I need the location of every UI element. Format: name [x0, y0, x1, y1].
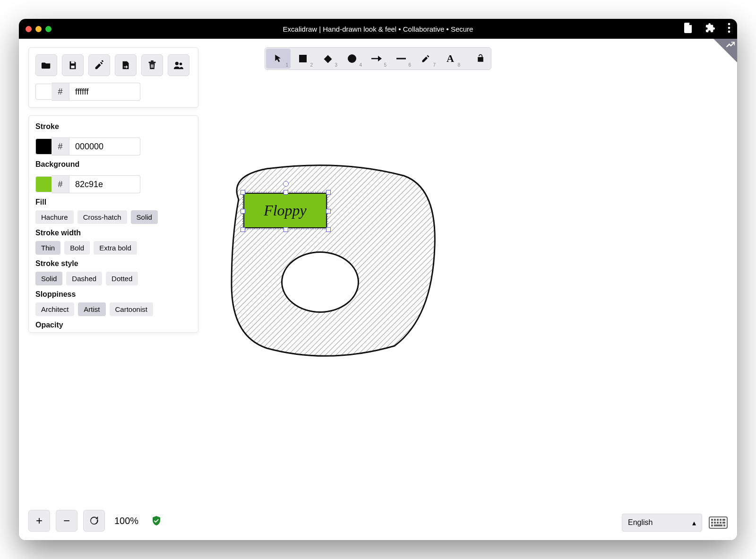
- svg-rect-25: [717, 522, 719, 524]
- option-solid[interactable]: Solid: [131, 210, 158, 224]
- svg-point-15: [175, 62, 179, 65]
- tool-circle[interactable]: 4: [340, 49, 364, 69]
- svg-rect-21: [720, 519, 722, 521]
- tool-text[interactable]: A8: [438, 49, 463, 69]
- hash-label: #: [52, 138, 69, 155]
- svg-rect-27: [722, 522, 725, 524]
- svg-rect-14: [153, 64, 153, 68]
- tool-number: 6: [408, 62, 411, 68]
- fill-heading: Fill: [35, 198, 189, 206]
- tool-line[interactable]: 6: [389, 49, 413, 69]
- svg-point-5: [348, 54, 356, 63]
- tool-pencil[interactable]: 7: [413, 49, 438, 69]
- svg-rect-23: [711, 522, 713, 524]
- tool-arrow[interactable]: 5: [364, 49, 389, 69]
- handle-s[interactable]: [284, 227, 288, 232]
- canvas-bg-swatch[interactable]: [35, 84, 52, 100]
- minus-icon: −: [63, 514, 70, 527]
- handle-ne[interactable]: [326, 190, 331, 195]
- handle-n[interactable]: [284, 190, 288, 195]
- trash-button[interactable]: [141, 54, 163, 76]
- option-cross-hatch[interactable]: Cross-hatch: [77, 210, 127, 224]
- background-hex-input[interactable]: [69, 175, 140, 193]
- svg-rect-18: [711, 519, 713, 521]
- zoom-in-button[interactable]: +: [28, 510, 50, 532]
- tool-number: 7: [433, 62, 436, 68]
- window-title: Excalidraw | Hand-drawn look & feel • Co…: [19, 25, 737, 33]
- save-as-button[interactable]: [88, 54, 110, 76]
- stroke-heading: Stroke: [35, 122, 189, 131]
- hash-label: #: [52, 83, 69, 101]
- svg-point-0: [728, 23, 730, 26]
- plus-icon: +: [36, 514, 43, 527]
- close-traffic-light[interactable]: [26, 26, 32, 32]
- lock-toggle[interactable]: [471, 49, 490, 69]
- svg-rect-12: [151, 64, 151, 68]
- hash-label: #: [52, 175, 69, 193]
- svg-point-1: [728, 27, 730, 29]
- new-file-icon[interactable]: [684, 23, 693, 35]
- tool-select[interactable]: 1: [266, 49, 291, 69]
- language-select[interactable]: English ▴: [622, 514, 702, 532]
- stroke-hex-input[interactable]: [69, 138, 140, 155]
- handle-sw[interactable]: [241, 227, 245, 232]
- svg-rect-11: [151, 60, 154, 62]
- svg-rect-8: [71, 61, 74, 64]
- option-extra-bold[interactable]: Extra bold: [94, 241, 137, 255]
- option-cartoonist[interactable]: Cartoonist: [110, 302, 153, 316]
- option-architect[interactable]: Architect: [35, 302, 74, 316]
- svg-rect-19: [714, 519, 716, 521]
- handle-w[interactable]: [241, 209, 245, 214]
- export-button[interactable]: [115, 54, 137, 76]
- svg-rect-3: [299, 55, 307, 62]
- minimize-traffic-light[interactable]: [35, 26, 42, 32]
- option-bold[interactable]: Bold: [64, 241, 90, 255]
- zoom-out-button[interactable]: −: [56, 510, 77, 532]
- option-solid[interactable]: Solid: [35, 272, 62, 285]
- option-hachure[interactable]: Hachure: [35, 210, 74, 224]
- option-dashed[interactable]: Dashed: [66, 272, 102, 285]
- zoom-percent: 100%: [114, 516, 138, 526]
- rotate-handle[interactable]: [283, 181, 289, 187]
- svg-rect-20: [717, 519, 719, 521]
- stroke-style-heading: Stroke style: [35, 259, 189, 268]
- svg-rect-30: [723, 525, 725, 526]
- handle-nw[interactable]: [241, 190, 245, 195]
- corner-ribbon[interactable]: [713, 39, 737, 62]
- window-titlebar: Excalidraw | Hand-drawn look & feel • Co…: [19, 19, 737, 39]
- option-dotted[interactable]: Dotted: [106, 272, 138, 285]
- svg-rect-13: [152, 64, 152, 68]
- svg-rect-28: [711, 525, 713, 526]
- svg-rect-26: [720, 522, 722, 524]
- kebab-menu-icon[interactable]: [728, 23, 730, 35]
- shield-icon: [151, 515, 162, 526]
- stroke-swatch[interactable]: [35, 138, 52, 155]
- handle-se[interactable]: [326, 227, 331, 232]
- collab-button[interactable]: [168, 54, 189, 76]
- keyboard-icon[interactable]: [709, 516, 728, 530]
- background-heading: Background: [35, 160, 189, 169]
- tool-square[interactable]: 2: [291, 49, 315, 69]
- zoom-reset-button[interactable]: [83, 510, 105, 532]
- svg-rect-4: [324, 55, 332, 63]
- tool-number: 1: [285, 62, 288, 68]
- handle-e[interactable]: [326, 209, 331, 214]
- tool-diamond[interactable]: 3: [315, 49, 340, 69]
- tool-number: 8: [457, 62, 460, 68]
- canvas-bg-input[interactable]: [69, 83, 140, 101]
- properties-panel: Stroke # Background # Fill: [28, 115, 198, 333]
- background-swatch[interactable]: [35, 176, 52, 192]
- tool-number: 2: [310, 62, 313, 68]
- svg-rect-9: [71, 66, 74, 69]
- extension-icon[interactable]: [705, 23, 715, 35]
- option-thin[interactable]: Thin: [35, 241, 60, 255]
- save-button[interactable]: [62, 54, 84, 76]
- reset-icon: [89, 516, 99, 526]
- shape-toolbar: 1234567A8: [265, 47, 491, 70]
- tool-number: 4: [359, 62, 362, 68]
- opacity-heading: Opacity: [35, 321, 189, 329]
- option-artist[interactable]: Artist: [78, 302, 105, 316]
- drawn-ellipse-hole[interactable]: [281, 251, 359, 313]
- open-button[interactable]: [35, 54, 57, 76]
- maximize-traffic-light[interactable]: [45, 26, 52, 32]
